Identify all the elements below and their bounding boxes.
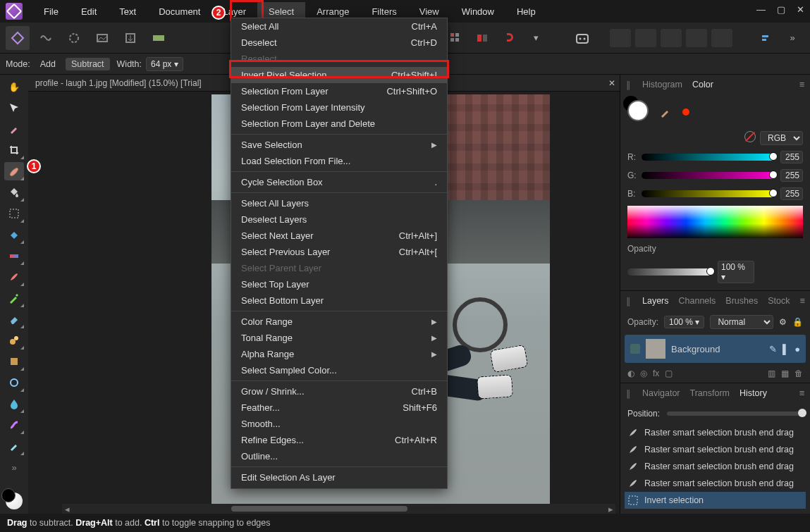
opacity-value[interactable]: 100 % ▾ (718, 261, 754, 283)
smudge-tool-icon[interactable] (4, 416, 24, 434)
tab-transform[interactable]: Transform (690, 388, 730, 398)
menu-item-selection-from-layer-intensity[interactable]: Selection From Layer Intensity (231, 99, 447, 116)
erase-tool-icon[interactable] (4, 310, 24, 328)
tab-channels[interactable]: Channels (679, 296, 716, 306)
sponge-tool-icon[interactable] (4, 437, 24, 455)
assistant-icon[interactable] (570, 26, 594, 50)
split-view-icon[interactable] (470, 26, 494, 50)
menu-item-deselect[interactable]: DeselectCtrl+D (231, 35, 447, 51)
channel-r-value[interactable]: 255 (780, 151, 803, 163)
document-tab[interactable]: profile - laugh 1.jpg [Modified] (15.0%)… (35, 78, 202, 88)
menu-item-alpha-range[interactable]: Alpha Range▶ (231, 346, 447, 362)
snap-toggle-icon[interactable] (497, 26, 521, 50)
lock-icon[interactable]: 🔒 (792, 317, 803, 327)
menu-item-select-top-layer[interactable]: Select Top Layer (231, 276, 447, 292)
menu-item-grow-shrink[interactable]: Grow / Shrink...Ctrl+B (231, 383, 447, 400)
tab-navigator[interactable]: Navigator (642, 388, 680, 398)
selection-brush-tool-icon[interactable] (4, 162, 24, 180)
toolbar-slot-2[interactable] (635, 29, 656, 47)
menu-item-refine-edges[interactable]: Refine Edges...Ctrl+Alt+R (231, 432, 447, 448)
gear-icon[interactable]: ⚙ (779, 317, 787, 327)
history-item[interactable]: Raster smart selection brush end drag (625, 458, 806, 475)
persona-liquify-icon[interactable] (34, 26, 58, 50)
pixel-tool-icon[interactable] (4, 289, 24, 307)
panel-grip-icon[interactable]: ∥ (626, 388, 631, 399)
toolbar-slot-4[interactable] (686, 29, 707, 47)
persona-develop-icon[interactable] (62, 26, 86, 50)
tab-history[interactable]: History (740, 388, 767, 398)
crop-layer-icon[interactable]: ▢ (665, 369, 673, 378)
menu-item-feather[interactable]: Feather...Shift+F6 (231, 400, 447, 416)
no-color-icon[interactable] (744, 131, 756, 142)
tools-overflow-icon[interactable]: » (4, 458, 24, 476)
history-item[interactable]: Raster smart selection brush end drag (625, 475, 806, 492)
scroll-right-icon[interactable]: ▸ (606, 504, 615, 514)
blur-tool-icon[interactable] (4, 395, 24, 413)
persona-export-icon[interactable] (118, 26, 142, 50)
channel-g-slider[interactable] (642, 172, 775, 179)
group-layer-icon[interactable]: ▦ (781, 369, 789, 378)
panel-grip-icon[interactable]: ∥ (626, 296, 631, 307)
opacity-slider[interactable] (627, 268, 712, 276)
document-close-icon[interactable]: ✕ (608, 78, 615, 88)
color-spectrum[interactable] (627, 206, 803, 238)
window-close-icon[interactable]: ✕ (797, 4, 804, 15)
menu-document[interactable]: Document (147, 2, 211, 21)
menu-item-smooth[interactable]: Smooth... (231, 416, 447, 432)
tab-histogram[interactable]: Histogram (642, 80, 682, 89)
menu-item-select-sampled-color[interactable]: Select Sampled Color... (231, 362, 447, 378)
color-mode-select[interactable]: RGB (760, 131, 803, 145)
gradient-tool-icon[interactable] (4, 247, 24, 265)
channel-b-value[interactable]: 255 (780, 187, 803, 200)
panel-menu-icon[interactable]: ≡ (799, 388, 804, 398)
blend-mode-select[interactable]: Normal (710, 315, 773, 329)
menu-edit[interactable]: Edit (70, 2, 108, 21)
menu-item-tonal-range[interactable]: Tonal Range▶ (231, 330, 447, 346)
menu-item-color-range[interactable]: Color Range▶ (231, 314, 447, 330)
color-picker-tool-icon[interactable] (4, 120, 24, 138)
flood-select-tool-icon[interactable] (4, 183, 24, 202)
history-item[interactable]: Raster smart selection brush end drag (625, 424, 806, 441)
scroll-thumb[interactable] (231, 506, 407, 512)
menu-item-cycle-selection-box[interactable]: Cycle Selection Box. (231, 174, 447, 190)
clone-tool-icon[interactable] (4, 331, 24, 349)
tab-color[interactable]: Color (692, 80, 713, 89)
mode-add[interactable]: Add (35, 58, 61, 70)
toolbar-overflow-icon[interactable]: » (780, 26, 804, 50)
mode-subtract[interactable]: Subtract (66, 58, 110, 70)
layers-opacity-value[interactable]: 100 % ▾ (664, 316, 704, 328)
delete-layer-icon[interactable]: 🗑 (794, 369, 803, 378)
panel-menu-icon[interactable]: ≡ (799, 296, 804, 306)
menu-item-edit-selection-as-layer[interactable]: Edit Selection As Layer (231, 469, 447, 485)
move-tool-icon[interactable] (4, 99, 24, 117)
menu-help[interactable]: Help (505, 2, 547, 21)
add-layer-icon[interactable]: ▥ (768, 369, 775, 378)
history-position-slider[interactable] (667, 412, 803, 416)
flood-fill-tool-icon[interactable] (4, 225, 24, 244)
adjustment-icon[interactable]: ◎ (640, 369, 647, 378)
persona-photo-icon[interactable] (6, 26, 30, 50)
color-swatch-tool[interactable] (6, 493, 23, 509)
menu-item-select-all-layers[interactable]: Select All Layers (231, 195, 447, 211)
foreground-color-swatch[interactable] (627, 100, 649, 121)
menu-item-outline[interactable]: Outline... (231, 448, 447, 464)
width-value[interactable]: 64 px ▾ (146, 57, 183, 71)
tab-brushes[interactable]: Brushes (725, 296, 758, 306)
layer-lock-indicator-icon[interactable]: ▌ (783, 344, 789, 354)
channel-b-slider[interactable] (642, 190, 775, 197)
toolbar-slot-5[interactable] (711, 29, 732, 47)
hand-tool-icon[interactable]: ✋ (4, 78, 24, 96)
marquee-tool-icon[interactable] (4, 204, 24, 223)
menu-item-select-bottom-layer[interactable]: Select Bottom Layer (231, 292, 447, 309)
menu-item-select-next-layer[interactable]: Select Next LayerCtrl+Alt+] (231, 228, 447, 244)
layer-row[interactable]: Background ✎ ▌ ● (625, 335, 806, 363)
fx-icon[interactable]: fx (653, 369, 659, 378)
layer-visibility-checkbox[interactable] (630, 344, 640, 354)
toolbar-slot-3[interactable] (661, 29, 682, 47)
menu-item-load-selection-from-file[interactable]: Load Selection From File... (231, 153, 447, 169)
menu-text[interactable]: Text (108, 2, 147, 21)
history-item[interactable]: Invert selection (625, 492, 806, 509)
channel-g-value[interactable]: 255 (780, 169, 803, 182)
mask-icon[interactable]: ◐ (627, 369, 634, 378)
menu-item-selection-from-layer[interactable]: Selection From LayerCtrl+Shift+O (231, 83, 447, 99)
